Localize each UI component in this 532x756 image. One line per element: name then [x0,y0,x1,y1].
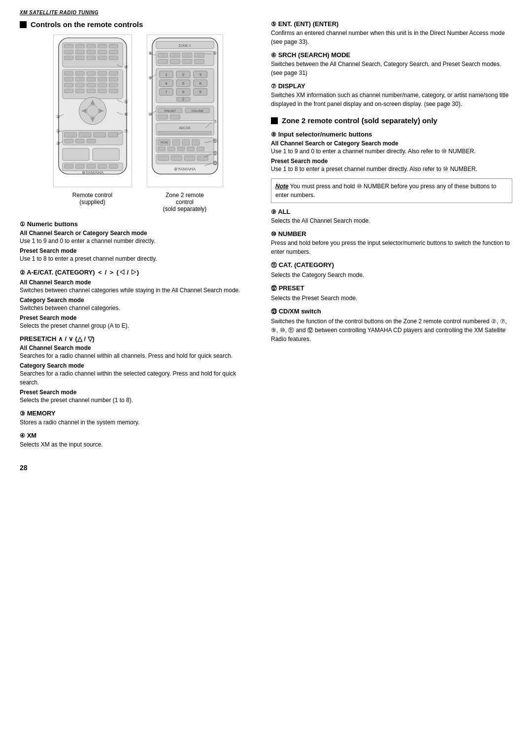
svg-rect-31 [98,83,106,87]
item-numeric-buttons-title: ① Numeric buttons [20,220,256,228]
remote2-image: ZONE 2 1 [147,34,223,187]
svg-rect-117 [158,131,211,134]
svg-rect-52 [62,148,89,161]
svg-rect-57 [87,165,96,169]
item-xm-text: Selects XM as the input source. [20,440,256,449]
svg-text:ZONE 2: ZONE 2 [178,44,191,47]
item-all-text: Selects the All Channel Search mode. [271,216,512,225]
svg-rect-27 [109,77,118,81]
svg-rect-13 [75,56,84,60]
svg-rect-23 [64,77,73,81]
svg-text:⑫: ⑫ [213,151,217,156]
page-header: XM SATELLITE RADIO TUNING [20,10,512,15]
svg-rect-114 [170,115,180,119]
remote2-container: ZONE 2 1 [147,34,223,212]
remote1-image: ⊛YAMAHA ① ② ③ ④ ⑤ ⑥ ⑦ [53,34,132,187]
svg-text:0: 0 [182,98,184,101]
sub-preset-1-text: Use 1 to 8 to enter a preset channel num… [20,254,256,263]
svg-text:⑤: ⑤ [124,100,128,104]
svg-rect-12 [64,56,73,60]
svg-rect-45 [64,132,76,137]
sub-input-preset-text: Use 1 to 8 to enter a preset channel num… [271,165,512,173]
svg-rect-131 [171,156,182,161]
svg-rect-130 [158,156,168,161]
sub-preset-1: Preset Search mode [20,247,256,254]
svg-text:VOLUME: VOLUME [191,109,203,112]
svg-rect-51 [87,139,96,143]
svg-rect-80 [170,53,180,58]
item-cat-text: Selects the Category Search mode. [271,271,512,279]
item-display-text: Switches XM information such as channel … [271,91,512,108]
svg-rect-50 [75,139,84,143]
svg-text:⑬: ⑬ [213,161,217,166]
sub-ae-preset: Preset Search mode [20,314,256,321]
svg-rect-32 [109,83,118,87]
svg-rect-120 [172,139,180,145]
item-preset-ch-title: PRESET/CH ∧ / ∨ (△ / ▽) [20,335,256,343]
svg-text:6: 6 [199,81,201,86]
svg-text:2: 2 [182,72,184,77]
svg-rect-124 [158,147,165,151]
svg-text:⑧: ⑧ [148,51,152,56]
item-xm-title: ④ XM [20,432,256,439]
svg-rect-20 [87,71,96,75]
svg-rect-132 [184,156,195,161]
svg-text:⑥: ⑥ [124,112,128,117]
svg-rect-28 [64,83,73,87]
svg-rect-85 [182,59,192,64]
svg-rect-58 [98,165,106,169]
svg-rect-46 [79,132,91,137]
item-srch-title: ⑥ SRCH (SEARCH) MODE [271,51,512,59]
remote-images-container: ⊛YAMAHA ① ② ③ ④ ⑤ ⑥ ⑦ [20,34,256,212]
item-preset-text: Selects the Preset Search mode. [271,294,512,303]
sub-ae-preset-text: Selects the preset channel group (A to E… [20,321,256,330]
svg-rect-47 [93,132,105,137]
svg-rect-34 [75,89,84,93]
sub-all-channel-1: All Channel Search or Category Search mo… [20,230,256,237]
svg-rect-56 [75,165,84,169]
svg-text:③: ③ [56,141,60,146]
svg-rect-127 [187,147,194,151]
zone2-title-label: Zone 2 remote control (sold separately) … [282,116,437,125]
svg-text:⑩: ⑩ [148,112,152,117]
sub-preset-ch-cat: Category Search mode [20,362,256,369]
svg-rect-7 [64,50,73,54]
svg-text:④: ④ [124,65,128,69]
item-cdxm-text: Switches the function of the control but… [271,317,512,344]
item-cat: ⑪ CAT. (CATEGORY) Selects the Category S… [271,261,512,279]
sub-preset-ch-preset-text: Selects the preset channel number (1 to … [20,396,256,405]
sub-preset-ch-cat-text: Searches for a radio channel within the … [20,369,256,387]
item-number-title: ⑩ NUMBER [271,230,512,238]
svg-text:⑦: ⑦ [124,129,128,134]
svg-text:7: 7 [165,90,167,94]
svg-rect-37 [109,89,118,93]
svg-text:①: ① [56,114,60,119]
svg-rect-55 [64,165,73,169]
svg-rect-133 [197,156,208,161]
item-memory-text: Stores a radio channel in the system mem… [20,418,256,427]
svg-rect-33 [64,89,73,93]
svg-rect-15 [98,56,106,60]
svg-rect-4 [87,44,96,48]
item-ent-text: Confirms an entered channel number when … [271,29,512,46]
item-all: ⑨ ALL Selects the All Channel Search mod… [271,208,512,225]
svg-text:HOW: HOW [161,141,168,144]
sub-input-preset: Preset Search mode [271,158,512,165]
sub-ae-cat-text: Switches between channel categories. [20,304,256,312]
svg-rect-125 [167,147,175,151]
item-number: ⑩ NUMBER Press and hold before you press… [271,230,512,256]
left-column: Controls on the remote controls [20,20,256,454]
sub-ae-all-text: Switches between channel categories whil… [20,286,256,295]
item-input-selector: ⑧ Input selector/numeric buttons All Cha… [271,131,512,173]
sub-ae-cat: Category Search mode [20,297,256,304]
note-label: Note [275,183,289,190]
remote1-container: ⊛YAMAHA ① ② ③ ④ ⑤ ⑥ ⑦ [53,34,132,206]
item-cdxm-title: ⑬ CD/XM switch [271,308,512,316]
svg-rect-35 [87,89,96,93]
svg-rect-26 [98,77,106,81]
svg-rect-25 [87,77,96,81]
svg-rect-59 [109,165,118,169]
item-memory: ③ MEMORY Stores a radio channel in the s… [20,410,256,427]
item-xm: ④ XM Selects XM as the input source. [20,432,256,449]
item-numeric-buttons: ① Numeric buttons All Channel Search or … [20,220,256,263]
